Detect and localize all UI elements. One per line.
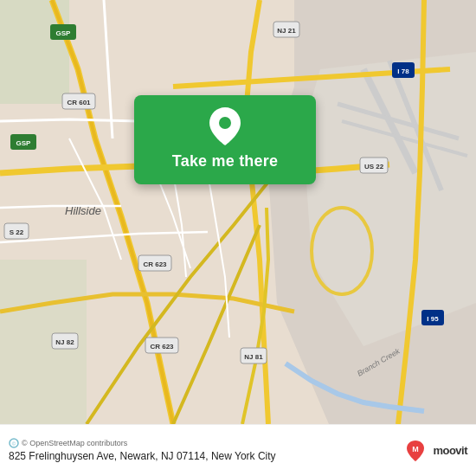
svg-text:US 22: US 22 xyxy=(364,163,384,170)
address-section: © © OpenStreetMap contributors 825 Freli… xyxy=(9,438,402,464)
svg-text:NJ 21: NJ 21 xyxy=(277,27,296,35)
svg-text:S 22: S 22 xyxy=(10,228,24,236)
bottom-bar: © © OpenStreetMap contributors 825 Freli… xyxy=(0,424,476,476)
svg-text:CR 623: CR 623 xyxy=(143,261,167,268)
svg-point-36 xyxy=(219,117,231,129)
svg-text:CR 623: CR 623 xyxy=(150,343,174,351)
svg-text:GSP: GSP xyxy=(16,139,32,147)
map-container: GSP GSP CR 601 NJ 21 US 22 I 78 I 95 S 2… xyxy=(0,0,476,424)
moovit-icon: M xyxy=(402,437,429,465)
location-pin-icon xyxy=(209,107,241,145)
svg-text:GSP: GSP xyxy=(56,29,72,37)
address-text: 825 Frelinghuysen Ave, Newark, NJ 07114,… xyxy=(9,450,402,464)
svg-text:NJ 82: NJ 82 xyxy=(55,338,74,346)
svg-text:CR 601: CR 601 xyxy=(67,99,91,106)
osm-text: © OpenStreetMap contributors xyxy=(22,439,127,447)
svg-text:I 78: I 78 xyxy=(397,68,409,75)
svg-text:Hillside: Hillside xyxy=(65,204,101,217)
svg-text:©: © xyxy=(12,441,16,447)
take-me-there-button[interactable]: Take me there xyxy=(172,152,278,170)
osm-circle-icon: © xyxy=(9,438,19,448)
moovit-logo: M moovit xyxy=(402,437,467,465)
navigation-card: Take me there xyxy=(134,95,316,184)
moovit-text: moovit xyxy=(433,444,467,457)
svg-text:I 95: I 95 xyxy=(427,315,439,323)
osm-attribution-row: © © OpenStreetMap contributors xyxy=(9,438,402,448)
svg-text:NJ 81: NJ 81 xyxy=(244,353,263,361)
svg-text:M: M xyxy=(413,445,420,453)
